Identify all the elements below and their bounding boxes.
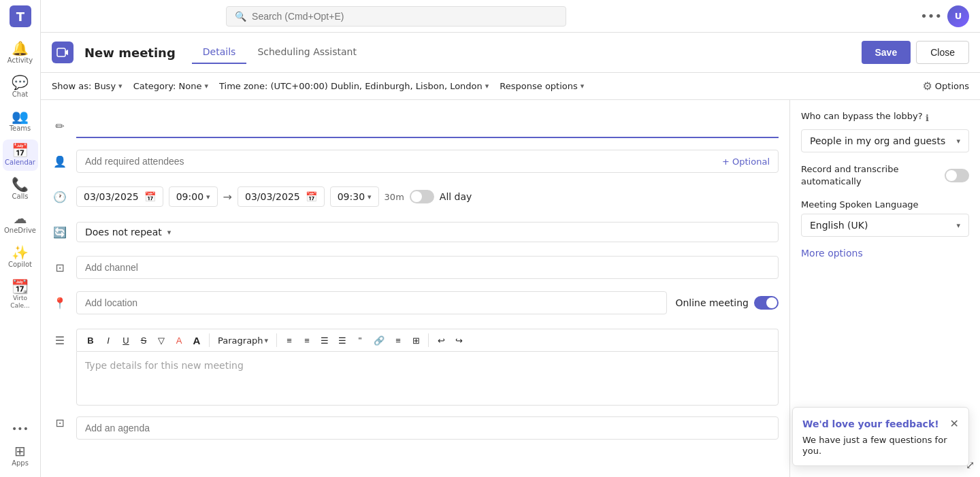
allday-toggle[interactable] [410, 190, 434, 203]
location-icon: 📍 [52, 297, 68, 310]
sidebar-item-calendar[interactable]: 📅 Calendar [3, 139, 38, 171]
lobby-label-row: Who can bypass the lobby? ℹ [801, 111, 969, 125]
sidebar-item-activity[interactable]: 🔔 Activity [3, 37, 38, 69]
redo-button[interactable]: ↪ [451, 332, 467, 348]
list3-button[interactable]: ☰ [316, 332, 333, 348]
clock-icon: 🕐 [52, 191, 68, 203]
start-time-field[interactable]: 09:00 ▾ [169, 186, 218, 207]
attendees-input[interactable] [85, 156, 722, 167]
editor-row: ☰ B I U S ▽ A A Paragraph [52, 323, 779, 406]
sidebar-item-label: Copilot [8, 261, 32, 269]
activity-icon: 🔔 [12, 42, 29, 55]
show-as-label: Show as: Busy [52, 81, 116, 91]
sidebar-item-virto[interactable]: 📆 Virto Cale... [3, 276, 38, 314]
svg-rect-2 [57, 48, 65, 56]
lobby-info-icon[interactable]: ℹ [926, 113, 929, 123]
feedback-close-button[interactable]: ✕ [950, 417, 959, 430]
sidebar-item-copilot[interactable]: ✨ Copilot [3, 242, 38, 273]
underline-button[interactable]: U [118, 332, 134, 348]
end-time-field[interactable]: 09:30 ▾ [330, 186, 379, 207]
sidebar-item-label: Apps [12, 459, 29, 467]
paragraph-selector[interactable]: Paragraph ▾ [214, 333, 272, 348]
search-box[interactable]: 🔍 [226, 6, 566, 27]
sidebar-item-label: Calls [12, 193, 29, 201]
sidebar-item-more[interactable]: ••• [3, 420, 38, 438]
recurrence-wrap: Does not repeat ▾ [76, 222, 779, 242]
feedback-title: We'd love your feedback! [802, 418, 939, 429]
more-options-link[interactable]: More options [801, 248, 863, 259]
feedback-text: We have just a few questions for you. [802, 435, 947, 456]
title-row: ✏ [52, 111, 779, 141]
table-button[interactable]: ⊞ [408, 332, 424, 348]
recurrence-selector[interactable]: Does not repeat ▾ [76, 222, 779, 242]
attendees-input-wrap: + Optional [76, 150, 779, 173]
optional-link[interactable]: + Optional [722, 157, 770, 167]
agenda-input[interactable] [76, 416, 779, 440]
italic-button[interactable]: I [100, 332, 116, 348]
undo-button[interactable]: ↩ [433, 332, 449, 348]
bold-button[interactable]: B [82, 332, 99, 348]
sidebar-item-calls[interactable]: 📞 Calls [3, 174, 38, 205]
avatar[interactable]: U [947, 5, 969, 27]
record-label: Record and transcribe automatically [801, 163, 939, 188]
strikethrough-button[interactable]: S [135, 332, 152, 348]
sidebar-item-apps[interactable]: ⊞ Apps [3, 440, 38, 472]
close-button[interactable]: Close [916, 41, 969, 64]
recurrence-value: Does not repeat [85, 227, 162, 237]
tab-scheduling[interactable]: Scheduling Assistant [246, 41, 368, 64]
record-toggle[interactable] [945, 169, 969, 182]
timezone-label: Time zone: (UTC+00:00) Dublin, Edinburgh… [219, 81, 483, 91]
search-input[interactable] [252, 11, 557, 22]
virto-icon: 📆 [12, 280, 29, 293]
copilot-icon: ✨ [12, 246, 29, 259]
form-body: ✏ 👤 + Optional [41, 100, 980, 477]
start-date-field[interactable]: 03/03/2025 📅 [76, 186, 163, 207]
options-gear[interactable]: ⚙ Options [922, 80, 969, 93]
ordered-list-button[interactable]: ≡ [299, 332, 315, 348]
response-options-selector[interactable]: Response options ▾ [500, 81, 584, 91]
sidebar-item-label: OneDrive [4, 227, 36, 235]
sidebar-item-chat[interactable]: 💬 Chat [3, 71, 38, 103]
location-input[interactable] [76, 291, 667, 314]
format1-button[interactable]: ▽ [153, 332, 169, 348]
options-bar: Show as: Busy ▾ Category: None ▾ Time zo… [41, 73, 980, 100]
link-button[interactable]: 🔗 [370, 332, 389, 348]
main-content: 🔍 ••• U New meeting Details Scheduling A… [41, 0, 980, 477]
response-chevron-icon: ▾ [581, 82, 585, 91]
category-chevron-icon: ▾ [205, 82, 209, 91]
more-options-icon[interactable]: ••• [920, 9, 942, 23]
start-time-value: 09:00 [176, 191, 203, 202]
unordered-list-button[interactable]: ≡ [281, 332, 297, 348]
location-row: 📍 Online meeting [52, 288, 779, 318]
quote-button[interactable]: " [352, 332, 368, 348]
editor-placeholder: Type details for this new meeting [85, 360, 244, 371]
sidebar-item-teams[interactable]: 👥 Teams [3, 105, 38, 137]
end-date-field[interactable]: 03/03/2025 📅 [238, 186, 325, 207]
location-input-wrap [76, 291, 667, 314]
lobby-dropdown[interactable]: People in my org and guests ▾ [801, 129, 969, 152]
channel-input[interactable] [76, 256, 779, 279]
channel-icon: ⊡ [52, 261, 68, 274]
format3-button[interactable]: A [189, 332, 205, 348]
allday-label: All day [440, 191, 472, 202]
sidebar-item-label: Chat [12, 91, 28, 99]
title-input[interactable] [76, 114, 779, 138]
datetime-fields: 03/03/2025 📅 09:00 ▾ → 03/03/2025 📅 [76, 186, 779, 207]
record-section: Record and transcribe automatically [801, 163, 969, 188]
language-dropdown[interactable]: English (UK) ▾ [801, 214, 969, 237]
show-as-selector[interactable]: Show as: Busy ▾ [52, 81, 122, 91]
attendees-icon: 👤 [52, 155, 68, 168]
teams-logo[interactable]: T [10, 5, 31, 29]
category-selector[interactable]: Category: None ▾ [133, 81, 208, 91]
toolbar-separator-2 [276, 333, 277, 347]
save-button[interactable]: Save [862, 41, 911, 64]
sidebar-item-onedrive[interactable]: ☁ OneDrive [3, 208, 38, 239]
list4-button[interactable]: ☰ [334, 332, 350, 348]
align-button[interactable]: ≡ [390, 332, 406, 348]
online-meeting-toggle[interactable] [754, 296, 779, 310]
datetime-controls: 03/03/2025 📅 09:00 ▾ → 03/03/2025 📅 [76, 186, 779, 207]
tab-details[interactable]: Details [192, 41, 247, 64]
editor-body[interactable]: Type details for this new meeting [76, 351, 779, 406]
timezone-selector[interactable]: Time zone: (UTC+00:00) Dublin, Edinburgh… [219, 81, 489, 91]
format2-button[interactable]: A [171, 332, 187, 348]
